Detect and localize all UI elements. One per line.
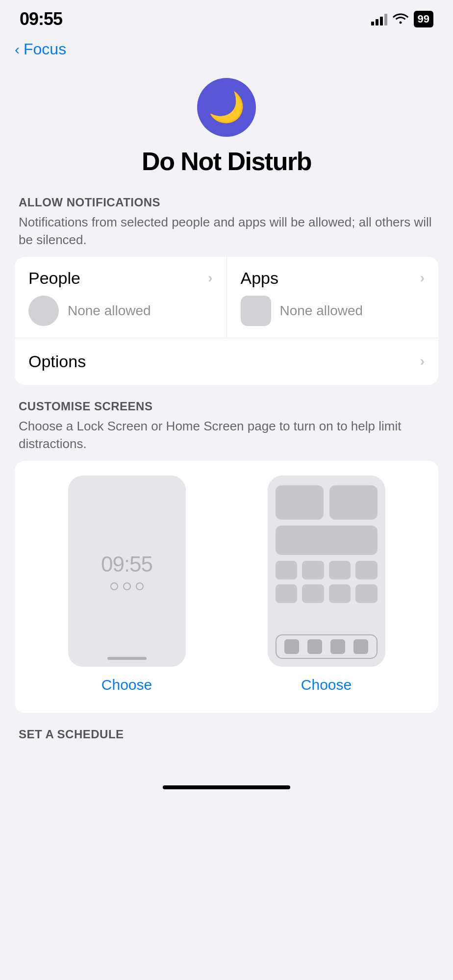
customise-screens-description: Choose a Lock Screen or Home Screen page… bbox=[15, 417, 438, 453]
lock-dots bbox=[110, 582, 144, 590]
people-none-label: None allowed bbox=[68, 303, 151, 319]
customise-screens-section: CUSTOMISE SCREENS Choose a Lock Screen o… bbox=[0, 400, 453, 713]
lock-screen-choose-button[interactable]: Choose bbox=[101, 677, 152, 693]
people-label: People bbox=[28, 269, 80, 288]
status-time: 09:55 bbox=[20, 9, 62, 29]
page-title: Do Not Disturb bbox=[142, 147, 311, 176]
allow-notifications-description: Notifications from selected people and a… bbox=[15, 213, 438, 249]
people-avatar-placeholder bbox=[28, 296, 59, 326]
options-row[interactable]: Options › bbox=[15, 338, 438, 385]
home-widget-3 bbox=[276, 526, 378, 555]
status-icons: 99 bbox=[371, 11, 433, 27]
apps-icon-placeholder bbox=[241, 296, 271, 326]
options-label: Options bbox=[28, 352, 86, 371]
home-widget-1 bbox=[276, 485, 324, 520]
people-cell[interactable]: People › None allowed bbox=[15, 257, 227, 338]
screens-row: 09:55 Choose bbox=[34, 476, 419, 693]
lock-screen-time: 09:55 bbox=[101, 552, 152, 577]
home-icons-grid bbox=[276, 561, 378, 603]
home-indicator bbox=[163, 785, 290, 789]
status-bar: 09:55 99 bbox=[0, 0, 453, 34]
back-navigation[interactable]: ‹ Focus bbox=[0, 34, 453, 68]
set-schedule-section: SET A SCHEDULE bbox=[0, 728, 453, 745]
allow-notifications-label: ALLOW NOTIFICATIONS bbox=[15, 196, 438, 209]
set-schedule-label: SET A SCHEDULE bbox=[15, 728, 438, 745]
apps-none-label: None allowed bbox=[280, 303, 363, 319]
home-dock bbox=[276, 634, 378, 659]
wifi-icon bbox=[392, 11, 409, 27]
dnd-icon-circle: 🌙 bbox=[197, 78, 256, 137]
home-screen-choose-button[interactable]: Choose bbox=[301, 677, 352, 693]
apps-chevron-icon: › bbox=[420, 270, 425, 286]
home-widget-2 bbox=[329, 485, 378, 520]
home-screen-item: Choose bbox=[234, 476, 419, 693]
home-screen-mockup bbox=[268, 476, 385, 667]
lock-screen-mockup: 09:55 bbox=[68, 476, 186, 667]
lock-home-bar bbox=[107, 657, 147, 660]
page-header: 🌙 Do Not Disturb bbox=[0, 68, 453, 196]
people-apps-row: People › None allowed Apps › None allowe… bbox=[15, 257, 438, 338]
back-chevron-icon: ‹ bbox=[15, 41, 20, 58]
lock-screen-item: 09:55 Choose bbox=[34, 476, 219, 693]
signal-bars-icon bbox=[371, 13, 387, 25]
notifications-card: People › None allowed Apps › None allowe… bbox=[15, 257, 438, 385]
allow-notifications-section: ALLOW NOTIFICATIONS Notifications from s… bbox=[0, 196, 453, 385]
people-chevron-icon: › bbox=[208, 270, 212, 286]
battery-icon: 99 bbox=[414, 11, 433, 27]
back-label: Focus bbox=[24, 40, 66, 58]
options-chevron-icon: › bbox=[420, 353, 425, 369]
apps-label: Apps bbox=[241, 269, 279, 288]
customise-card: 09:55 Choose bbox=[15, 461, 438, 713]
apps-cell[interactable]: Apps › None allowed bbox=[227, 257, 439, 338]
customise-screens-label: CUSTOMISE SCREENS bbox=[15, 400, 438, 413]
moon-icon: 🌙 bbox=[208, 93, 245, 122]
